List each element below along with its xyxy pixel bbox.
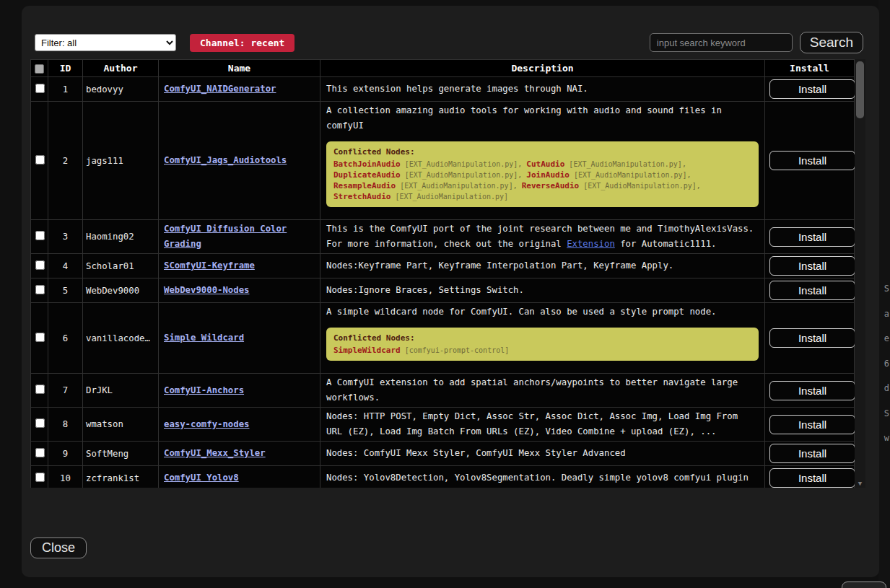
install-button[interactable]: Install bbox=[769, 328, 855, 348]
node-name-link[interactable]: ComfyUI Yolov8 bbox=[164, 473, 239, 483]
install-button[interactable]: Install bbox=[769, 415, 855, 434]
description-text: A collection amazing audio tools for wor… bbox=[326, 103, 759, 133]
row-install-cell: Install bbox=[765, 278, 855, 303]
row-select-cell bbox=[31, 254, 48, 278]
table-row: 9SoftMengComfyUI_Mexx_StylerNodes: Comfy… bbox=[31, 442, 855, 466]
table-row: 10zcfrank1stComfyUI Yolov8Nodes: Yolov8D… bbox=[31, 466, 855, 488]
node-name-link[interactable]: ComfyUI-Anchors bbox=[164, 385, 244, 395]
description-text: A simple wildcard node for ComfyUI. Can … bbox=[326, 304, 759, 320]
row-id: 10 bbox=[48, 466, 83, 488]
background-partial-button bbox=[842, 582, 886, 588]
node-name-link[interactable]: ComfyUI Diffusion Color Grading bbox=[164, 224, 287, 249]
install-button[interactable]: Install bbox=[769, 468, 855, 488]
row-select-checkbox[interactable] bbox=[35, 448, 45, 457]
row-select-checkbox[interactable] bbox=[35, 418, 45, 428]
row-id: 8 bbox=[48, 408, 83, 442]
node-name-link[interactable]: ComfyUI_NAIDGenerator bbox=[164, 84, 276, 94]
row-id: 2 bbox=[48, 102, 83, 220]
description-text: A ComfyUI extension to add spatial ancho… bbox=[326, 375, 759, 405]
conflicted-nodes-list: SimpleWildcard [comfyui-prompt-control] bbox=[333, 345, 751, 356]
row-select-checkbox[interactable] bbox=[35, 260, 45, 270]
install-button[interactable]: Install bbox=[769, 151, 855, 170]
nodes-tbody: 1bedovyyComfyUI_NAIDGeneratorThis extens… bbox=[31, 77, 855, 488]
conflict-node-source: [EXT_AudioManipulation.py] bbox=[396, 193, 509, 201]
install-button[interactable]: Install bbox=[769, 444, 855, 463]
row-install-cell: Install bbox=[765, 442, 855, 466]
row-select-cell bbox=[31, 77, 48, 102]
header-select bbox=[31, 60, 48, 77]
background-app-sliver: Sae6dSw bbox=[878, 0, 890, 588]
node-name-link[interactable]: Simple Wildcard bbox=[164, 333, 244, 343]
background-text-fragment: w bbox=[884, 433, 889, 443]
conflict-node-name: StretchAudio bbox=[333, 192, 391, 201]
nodes-table-container: ID Author Name Description Install 1bedo… bbox=[30, 59, 865, 488]
background-text-fragment: d bbox=[884, 383, 889, 393]
search-button[interactable]: Search bbox=[800, 32, 863, 53]
node-name-link[interactable]: ComfyUI_Mexx_Styler bbox=[164, 448, 266, 458]
table-header-row: ID Author Name Description Install bbox=[31, 60, 855, 77]
header-author: Author bbox=[83, 60, 159, 77]
row-select-checkbox[interactable] bbox=[35, 473, 45, 482]
row-select-checkbox[interactable] bbox=[35, 333, 45, 342]
node-name-link[interactable]: easy-comfy-nodes bbox=[164, 419, 249, 429]
row-description: A collection amazing audio tools for wor… bbox=[320, 102, 765, 220]
row-select-checkbox[interactable] bbox=[35, 385, 45, 394]
row-select-checkbox[interactable] bbox=[35, 231, 45, 240]
row-select-checkbox[interactable] bbox=[35, 155, 45, 164]
description-link[interactable]: Extension bbox=[567, 239, 615, 249]
node-name-link[interactable]: ComfyUI_Jags_Audiotools bbox=[164, 155, 287, 165]
row-name-cell: ComfyUI Diffusion Color Grading bbox=[159, 220, 320, 254]
row-install-cell: Install bbox=[765, 254, 855, 278]
conflict-node-source: [EXT_AudioManipulation.py] bbox=[583, 182, 697, 190]
conflicted-nodes-list: BatchJoinAudio [EXT_AudioManipulation.py… bbox=[333, 159, 751, 202]
row-name-cell: WebDev9000-Nodes bbox=[159, 278, 320, 303]
install-button[interactable]: Install bbox=[769, 79, 855, 99]
table-row: 3Haoming02ComfyUI Diffusion Color Gradin… bbox=[31, 220, 855, 254]
row-install-cell: Install bbox=[765, 466, 855, 488]
row-author: WebDev9000 bbox=[83, 278, 159, 303]
custom-nodes-dialog: Filter: all Channel: recent Search ID Au… bbox=[22, 6, 879, 577]
conflict-node-name: SimpleWildcard bbox=[333, 346, 401, 355]
conflict-node-name: BatchJoinAudio bbox=[333, 159, 401, 169]
row-select-cell bbox=[31, 408, 48, 442]
install-button[interactable]: Install bbox=[769, 256, 855, 276]
row-id: 4 bbox=[48, 254, 83, 278]
conflict-node-name: JoinAudio bbox=[526, 170, 570, 180]
header-name: Name bbox=[159, 60, 320, 77]
install-button[interactable]: Install bbox=[769, 227, 855, 247]
search-input[interactable] bbox=[650, 33, 793, 52]
row-select-checkbox[interactable] bbox=[35, 84, 45, 93]
row-description: This extension helps generate images thr… bbox=[320, 77, 765, 102]
header-install: Install bbox=[765, 60, 855, 77]
conflict-node-source: [EXT_AudioManipulation.py] bbox=[569, 160, 682, 168]
scrollbar-down-arrow[interactable]: ▼ bbox=[855, 480, 865, 487]
conflict-node-source: [EXT_AudioManipulation.py] bbox=[574, 171, 687, 179]
conflicted-nodes-box: Conflicted Nodes:SimpleWildcard [comfyui… bbox=[326, 328, 759, 361]
select-all-checkbox[interactable] bbox=[35, 64, 44, 74]
description-text: This is the ComfyUI port of the joint re… bbox=[326, 221, 759, 252]
row-author: vanillacode… bbox=[83, 303, 159, 374]
node-name-link[interactable]: SComfyUI-Keyframe bbox=[164, 260, 255, 271]
row-select-cell bbox=[31, 466, 48, 488]
conflict-node-source: [comfyui-prompt-control] bbox=[405, 346, 510, 354]
row-description: This is the ComfyUI port of the joint re… bbox=[320, 220, 765, 254]
row-description: A ComfyUI extension to add spatial ancho… bbox=[320, 374, 765, 408]
conflict-node-source: [EXT_AudioManipulation.py] bbox=[405, 171, 518, 179]
row-id: 3 bbox=[48, 220, 83, 254]
scrollbar-thumb[interactable] bbox=[856, 61, 864, 118]
conflicted-nodes-box: Conflicted Nodes:BatchJoinAudio [EXT_Aud… bbox=[326, 141, 759, 207]
background-text-fragment: S bbox=[884, 284, 889, 294]
filter-select[interactable]: Filter: all bbox=[35, 34, 176, 51]
description-text: Nodes: HTTP POST, Empty Dict, Assoc Str,… bbox=[326, 409, 759, 439]
row-id: 5 bbox=[48, 278, 83, 303]
row-select-checkbox[interactable] bbox=[35, 285, 45, 294]
description-text: This extension helps generate images thr… bbox=[326, 82, 759, 97]
node-name-link[interactable]: WebDev9000-Nodes bbox=[164, 285, 249, 295]
install-button[interactable]: Install bbox=[769, 281, 855, 300]
row-name-cell: ComfyUI_Jags_Audiotools bbox=[159, 102, 320, 220]
close-button[interactable]: Close bbox=[30, 537, 87, 558]
row-install-cell: Install bbox=[765, 220, 855, 254]
install-button[interactable]: Install bbox=[769, 381, 855, 400]
row-select-cell bbox=[31, 102, 48, 220]
description-text: Nodes: ComfyUI Mexx Styler, ComfyUI Mexx… bbox=[326, 446, 759, 461]
